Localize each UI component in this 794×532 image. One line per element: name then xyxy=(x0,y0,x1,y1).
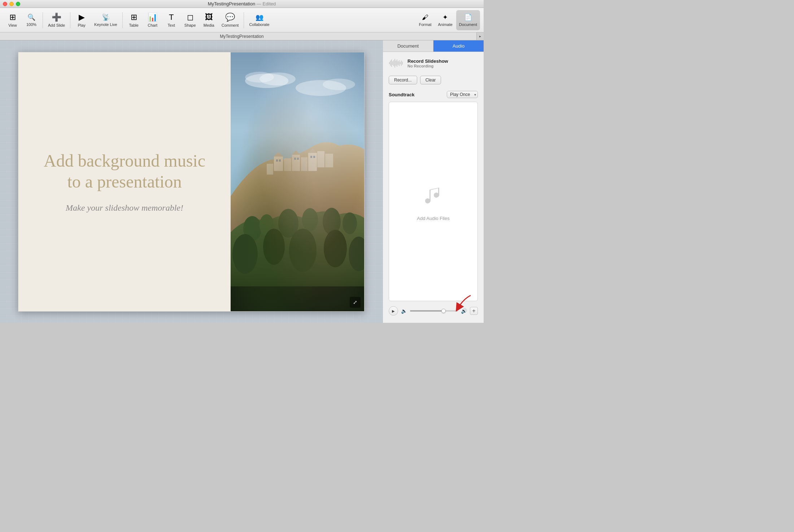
right-panel: Document Audio xyxy=(383,40,484,323)
svg-rect-9 xyxy=(292,155,300,171)
record-info: Record Slideshow No Recording xyxy=(407,58,478,68)
toolbar-separator-4 xyxy=(244,12,244,28)
svg-point-1 xyxy=(245,74,288,88)
svg-rect-22 xyxy=(313,156,315,158)
traffic-lights[interactable] xyxy=(3,2,20,6)
tab-scroll-arrow[interactable]: ▸ xyxy=(476,32,484,40)
doc-tab-name: MyTestingPresentation xyxy=(220,34,263,39)
text-button[interactable]: T Text xyxy=(162,10,180,30)
chart-label: Chart xyxy=(148,23,157,27)
slide-left: Add background music to a presentation M… xyxy=(18,52,231,311)
svg-rect-14 xyxy=(267,164,273,175)
add-audio-button[interactable]: + xyxy=(470,307,478,315)
svg-point-25 xyxy=(278,209,298,238)
expand-icon[interactable]: ⤢ xyxy=(350,297,361,308)
volume-slider[interactable] xyxy=(410,310,458,312)
collaborate-icon: 👥 xyxy=(256,13,263,21)
soundtrack-label: Soundtrack xyxy=(389,92,415,97)
play-icon: ▶ xyxy=(79,13,85,22)
shape-button[interactable]: ◻ Shape xyxy=(181,10,199,30)
record-status: No Recording xyxy=(407,64,478,68)
slide-image-container: ⤢ xyxy=(231,52,364,311)
animate-label: Animate xyxy=(438,22,453,27)
svg-rect-17 xyxy=(276,159,278,162)
collaborate-button[interactable]: 👥 Collaborate xyxy=(246,10,272,30)
maximize-button[interactable] xyxy=(16,2,20,6)
svg-point-32 xyxy=(324,230,347,267)
view-icon: ⊞ xyxy=(9,13,16,22)
comment-button[interactable]: 💬 Comment xyxy=(219,10,242,30)
soundtrack-select-wrap[interactable]: Play Once xyxy=(447,91,478,98)
main-content: Add background music to a presentation M… xyxy=(0,40,484,323)
slide[interactable]: Add background music to a presentation M… xyxy=(18,52,365,312)
svg-rect-16 xyxy=(325,154,333,167)
keynote-live-label: Keynote Live xyxy=(94,22,117,27)
soundtrack-header: Soundtrack Play Once xyxy=(389,91,478,98)
svg-rect-34 xyxy=(231,286,364,311)
window-title: MyTestingPresentation — Edited xyxy=(208,1,276,6)
svg-marker-13 xyxy=(308,149,317,153)
keynote-live-icon: 📡 xyxy=(102,13,110,21)
document-label: Document xyxy=(459,22,477,27)
svg-rect-12 xyxy=(308,153,317,171)
clear-button[interactable]: Clear xyxy=(420,76,441,84)
tab-document[interactable]: Document xyxy=(383,40,433,52)
svg-point-4 xyxy=(296,80,346,96)
animate-icon: ✦ xyxy=(442,13,448,21)
keynote-live-button[interactable]: 📡 Keynote Live xyxy=(91,10,120,30)
svg-rect-18 xyxy=(279,159,281,162)
play-button[interactable]: ▶ Play xyxy=(73,10,91,30)
svg-rect-20 xyxy=(297,158,299,160)
comment-label: Comment xyxy=(222,23,239,27)
svg-point-26 xyxy=(302,208,318,231)
toolbar-right: 🖌 Format ✦ Animate 📄 Document xyxy=(416,10,480,30)
audio-files-label: Add Audio Files xyxy=(417,216,449,221)
table-label: Table xyxy=(129,23,139,27)
svg-point-23 xyxy=(243,216,261,241)
doc-tab-bar: MyTestingPresentation ▸ xyxy=(0,32,484,40)
slide-image xyxy=(231,52,364,311)
slide-image-svg xyxy=(231,52,364,311)
play-label: Play xyxy=(78,23,85,27)
add-slide-button[interactable]: ➕ Add Slide xyxy=(45,10,68,30)
toolbar-separator-2 xyxy=(70,12,70,28)
playback-bar: ▶ 🔈 🔊 + xyxy=(389,305,478,317)
animate-button[interactable]: ✦ Animate xyxy=(435,10,455,30)
svg-rect-19 xyxy=(294,158,296,160)
slide-area[interactable]: Add background music to a presentation M… xyxy=(0,40,383,323)
svg-point-28 xyxy=(343,212,357,234)
play-audio-button[interactable]: ▶ xyxy=(389,306,398,316)
close-button[interactable] xyxy=(3,2,7,6)
slide-subtitle: Make your slideshow memorable! xyxy=(36,203,213,213)
zoom-icon: 🔍 xyxy=(27,13,35,21)
media-icon: 🖼 xyxy=(205,13,213,22)
toolbar-separator-1 xyxy=(43,12,43,28)
soundtrack-select[interactable]: Play Once xyxy=(447,91,478,98)
document-icon: 📄 xyxy=(464,13,472,21)
zoom-button[interactable]: 🔍 100% xyxy=(22,10,40,30)
svg-marker-10 xyxy=(292,150,300,155)
text-icon: T xyxy=(169,13,174,22)
svg-rect-6 xyxy=(274,157,283,171)
format-button[interactable]: 🖌 Format xyxy=(416,10,435,30)
table-icon: ⊞ xyxy=(131,13,137,22)
volume-high-icon: 🔊 xyxy=(461,308,467,314)
table-button[interactable]: ⊞ Table xyxy=(125,10,143,30)
media-button[interactable]: 🖼 Media xyxy=(200,10,218,30)
record-title: Record Slideshow xyxy=(407,58,478,64)
minimize-button[interactable] xyxy=(9,2,14,6)
svg-rect-21 xyxy=(310,156,312,158)
shape-label: Shape xyxy=(184,23,196,27)
document-button[interactable]: 📄 Document xyxy=(456,10,480,30)
record-section: Record Slideshow No Recording xyxy=(389,58,478,69)
record-section-header: Record Slideshow No Recording xyxy=(389,58,478,72)
svg-point-31 xyxy=(289,229,317,272)
svg-point-24 xyxy=(259,214,274,236)
collaborate-label: Collaborate xyxy=(249,22,269,27)
record-button[interactable]: Record... xyxy=(389,76,417,84)
svg-point-33 xyxy=(349,237,364,271)
chart-button[interactable]: 📊 Chart xyxy=(144,10,162,30)
volume-slider-thumb[interactable] xyxy=(441,309,446,313)
view-button[interactable]: ⊞ View xyxy=(4,10,22,30)
tab-audio[interactable]: Audio xyxy=(433,40,484,52)
